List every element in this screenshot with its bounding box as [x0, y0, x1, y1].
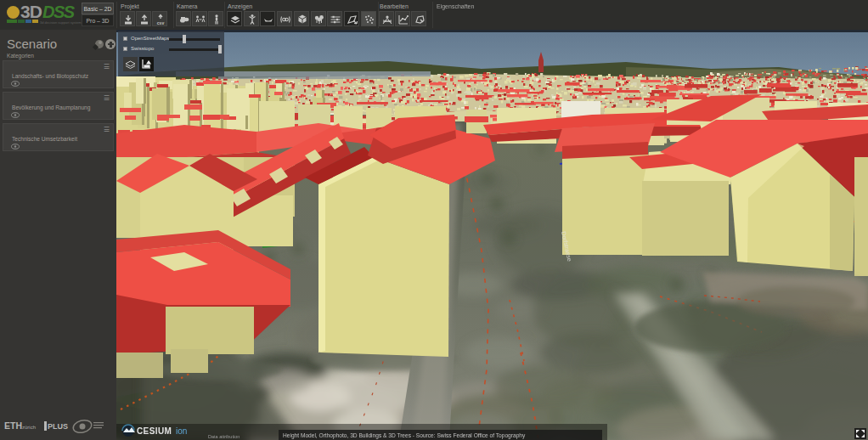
- svg-text:CESIUM: CESIUM: [137, 426, 172, 436]
- svg-text:ion: ion: [176, 426, 187, 436]
- svg-text:Data attribution: Data attribution: [208, 434, 240, 439]
- svg-text:Height Model, Orthophoto, 3D B: Height Model, Orthophoto, 3D Buildings &…: [283, 432, 526, 439]
- svg-text:csv: csv: [157, 20, 165, 25]
